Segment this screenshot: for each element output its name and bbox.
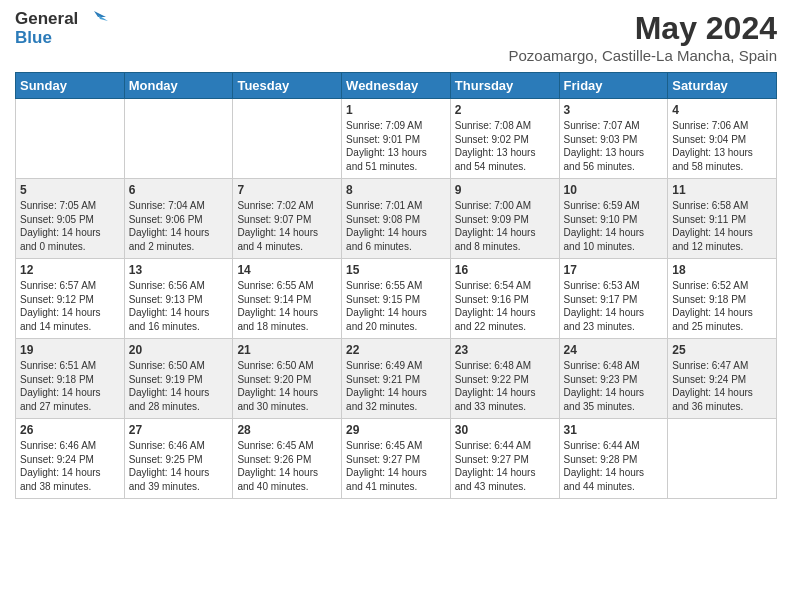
day-cell-17: 17Sunrise: 6:53 AMSunset: 9:17 PMDayligh… — [559, 259, 668, 339]
day-cell-1: 1Sunrise: 7:09 AMSunset: 9:01 PMDaylight… — [342, 99, 451, 179]
day-info: Sunrise: 7:06 AMSunset: 9:04 PMDaylight:… — [672, 119, 772, 173]
day-number: 22 — [346, 343, 446, 357]
day-header-thursday: Thursday — [450, 73, 559, 99]
day-info: Sunrise: 6:54 AMSunset: 9:16 PMDaylight:… — [455, 279, 555, 333]
day-cell-13: 13Sunrise: 6:56 AMSunset: 9:13 PMDayligh… — [124, 259, 233, 339]
day-header-tuesday: Tuesday — [233, 73, 342, 99]
day-number: 19 — [20, 343, 120, 357]
day-number: 5 — [20, 183, 120, 197]
day-info: Sunrise: 6:45 AMSunset: 9:26 PMDaylight:… — [237, 439, 337, 493]
logo-blue: Blue — [15, 29, 108, 48]
day-cell-12: 12Sunrise: 6:57 AMSunset: 9:12 PMDayligh… — [16, 259, 125, 339]
calendar-table: SundayMondayTuesdayWednesdayThursdayFrid… — [15, 72, 777, 499]
day-info: Sunrise: 7:00 AMSunset: 9:09 PMDaylight:… — [455, 199, 555, 253]
day-info: Sunrise: 6:44 AMSunset: 9:27 PMDaylight:… — [455, 439, 555, 493]
day-cell-24: 24Sunrise: 6:48 AMSunset: 9:23 PMDayligh… — [559, 339, 668, 419]
day-number: 25 — [672, 343, 772, 357]
day-cell-22: 22Sunrise: 6:49 AMSunset: 9:21 PMDayligh… — [342, 339, 451, 419]
title-block: May 2024 Pozoamargo, Castille-La Mancha,… — [509, 10, 777, 64]
day-info: Sunrise: 7:04 AMSunset: 9:06 PMDaylight:… — [129, 199, 229, 253]
logo: General Blue — [15, 10, 108, 47]
svg-marker-0 — [94, 11, 106, 17]
day-number: 23 — [455, 343, 555, 357]
day-header-friday: Friday — [559, 73, 668, 99]
day-cell-15: 15Sunrise: 6:55 AMSunset: 9:15 PMDayligh… — [342, 259, 451, 339]
day-info: Sunrise: 6:57 AMSunset: 9:12 PMDaylight:… — [20, 279, 120, 333]
day-info: Sunrise: 6:48 AMSunset: 9:22 PMDaylight:… — [455, 359, 555, 413]
day-number: 21 — [237, 343, 337, 357]
day-number: 13 — [129, 263, 229, 277]
day-number: 17 — [564, 263, 664, 277]
empty-cell — [668, 419, 777, 499]
day-info: Sunrise: 6:50 AMSunset: 9:20 PMDaylight:… — [237, 359, 337, 413]
day-cell-5: 5Sunrise: 7:05 AMSunset: 9:05 PMDaylight… — [16, 179, 125, 259]
day-number: 11 — [672, 183, 772, 197]
day-cell-21: 21Sunrise: 6:50 AMSunset: 9:20 PMDayligh… — [233, 339, 342, 419]
day-cell-14: 14Sunrise: 6:55 AMSunset: 9:14 PMDayligh… — [233, 259, 342, 339]
day-cell-20: 20Sunrise: 6:50 AMSunset: 9:19 PMDayligh… — [124, 339, 233, 419]
day-info: Sunrise: 7:05 AMSunset: 9:05 PMDaylight:… — [20, 199, 120, 253]
day-number: 27 — [129, 423, 229, 437]
day-number: 2 — [455, 103, 555, 117]
day-info: Sunrise: 6:49 AMSunset: 9:21 PMDaylight:… — [346, 359, 446, 413]
day-info: Sunrise: 6:52 AMSunset: 9:18 PMDaylight:… — [672, 279, 772, 333]
day-cell-8: 8Sunrise: 7:01 AMSunset: 9:08 PMDaylight… — [342, 179, 451, 259]
day-number: 14 — [237, 263, 337, 277]
day-header-sunday: Sunday — [16, 73, 125, 99]
logo-general: General — [15, 10, 78, 29]
day-number: 9 — [455, 183, 555, 197]
day-cell-19: 19Sunrise: 6:51 AMSunset: 9:18 PMDayligh… — [16, 339, 125, 419]
day-header-saturday: Saturday — [668, 73, 777, 99]
day-cell-9: 9Sunrise: 7:00 AMSunset: 9:09 PMDaylight… — [450, 179, 559, 259]
day-number: 18 — [672, 263, 772, 277]
day-info: Sunrise: 6:44 AMSunset: 9:28 PMDaylight:… — [564, 439, 664, 493]
day-cell-11: 11Sunrise: 6:58 AMSunset: 9:11 PMDayligh… — [668, 179, 777, 259]
page: General Blue May 2024 Pozoamargo, Castil… — [0, 0, 792, 612]
day-number: 28 — [237, 423, 337, 437]
empty-cell — [16, 99, 125, 179]
day-number: 8 — [346, 183, 446, 197]
day-cell-16: 16Sunrise: 6:54 AMSunset: 9:16 PMDayligh… — [450, 259, 559, 339]
day-info: Sunrise: 6:47 AMSunset: 9:24 PMDaylight:… — [672, 359, 772, 413]
day-info: Sunrise: 6:46 AMSunset: 9:25 PMDaylight:… — [129, 439, 229, 493]
day-cell-7: 7Sunrise: 7:02 AMSunset: 9:07 PMDaylight… — [233, 179, 342, 259]
day-info: Sunrise: 6:48 AMSunset: 9:23 PMDaylight:… — [564, 359, 664, 413]
day-number: 20 — [129, 343, 229, 357]
day-number: 31 — [564, 423, 664, 437]
day-info: Sunrise: 7:08 AMSunset: 9:02 PMDaylight:… — [455, 119, 555, 173]
day-number: 12 — [20, 263, 120, 277]
day-cell-27: 27Sunrise: 6:46 AMSunset: 9:25 PMDayligh… — [124, 419, 233, 499]
day-cell-18: 18Sunrise: 6:52 AMSunset: 9:18 PMDayligh… — [668, 259, 777, 339]
day-number: 7 — [237, 183, 337, 197]
day-number: 24 — [564, 343, 664, 357]
subtitle: Pozoamargo, Castille-La Mancha, Spain — [509, 47, 777, 64]
day-info: Sunrise: 6:58 AMSunset: 9:11 PMDaylight:… — [672, 199, 772, 253]
day-info: Sunrise: 6:53 AMSunset: 9:17 PMDaylight:… — [564, 279, 664, 333]
day-number: 1 — [346, 103, 446, 117]
day-info: Sunrise: 6:50 AMSunset: 9:19 PMDaylight:… — [129, 359, 229, 413]
day-cell-30: 30Sunrise: 6:44 AMSunset: 9:27 PMDayligh… — [450, 419, 559, 499]
day-info: Sunrise: 6:55 AMSunset: 9:14 PMDaylight:… — [237, 279, 337, 333]
day-number: 15 — [346, 263, 446, 277]
day-cell-23: 23Sunrise: 6:48 AMSunset: 9:22 PMDayligh… — [450, 339, 559, 419]
main-title: May 2024 — [509, 10, 777, 47]
day-info: Sunrise: 6:51 AMSunset: 9:18 PMDaylight:… — [20, 359, 120, 413]
day-number: 10 — [564, 183, 664, 197]
empty-cell — [124, 99, 233, 179]
day-cell-3: 3Sunrise: 7:07 AMSunset: 9:03 PMDaylight… — [559, 99, 668, 179]
day-number: 29 — [346, 423, 446, 437]
day-number: 26 — [20, 423, 120, 437]
day-info: Sunrise: 6:55 AMSunset: 9:15 PMDaylight:… — [346, 279, 446, 333]
day-info: Sunrise: 6:45 AMSunset: 9:27 PMDaylight:… — [346, 439, 446, 493]
day-cell-26: 26Sunrise: 6:46 AMSunset: 9:24 PMDayligh… — [16, 419, 125, 499]
day-number: 16 — [455, 263, 555, 277]
day-info: Sunrise: 6:59 AMSunset: 9:10 PMDaylight:… — [564, 199, 664, 253]
day-number: 30 — [455, 423, 555, 437]
day-number: 4 — [672, 103, 772, 117]
day-info: Sunrise: 6:46 AMSunset: 9:24 PMDaylight:… — [20, 439, 120, 493]
day-header-monday: Monday — [124, 73, 233, 99]
empty-cell — [233, 99, 342, 179]
logo-bird — [80, 9, 108, 27]
day-cell-2: 2Sunrise: 7:08 AMSunset: 9:02 PMDaylight… — [450, 99, 559, 179]
day-cell-25: 25Sunrise: 6:47 AMSunset: 9:24 PMDayligh… — [668, 339, 777, 419]
